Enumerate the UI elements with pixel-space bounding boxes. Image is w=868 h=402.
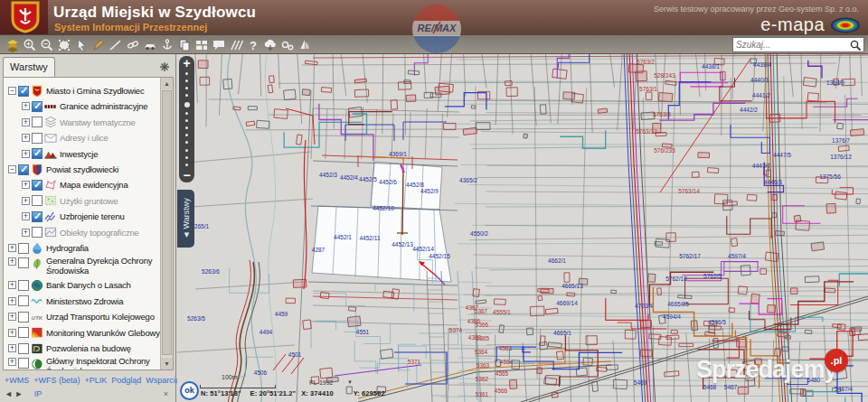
expand-box[interactable]: +	[8, 358, 16, 366]
search-input[interactable]	[736, 38, 848, 51]
layer-row[interactable]: +Uzbrojenie terenu	[4, 209, 162, 224]
zoom-out-icon[interactable]	[38, 36, 55, 54]
expand-box[interactable]: +	[22, 102, 30, 110]
prev-arrow-icon[interactable]: ◄ ►	[5, 389, 23, 398]
scroll-down-icon[interactable]: ▼	[161, 358, 173, 369]
layer-checkbox[interactable]	[32, 117, 42, 127]
layer-row[interactable]: +Pozwolenia na budowę	[4, 341, 162, 356]
panel-link[interactable]: Wsparcie	[146, 376, 180, 385]
svg-text:4563: 4563	[499, 345, 513, 351]
anchor-point-icon[interactable]	[158, 36, 175, 54]
collapse-box[interactable]: −	[8, 87, 16, 95]
layer-row[interactable]: +Warstwy tematyczne	[4, 115, 162, 130]
panel-link[interactable]: +WFS (beta)	[33, 376, 80, 385]
layer-checkbox[interactable]	[18, 312, 29, 323]
layer-checkbox[interactable]	[18, 86, 29, 97]
layers-icon[interactable]	[4, 36, 21, 54]
expand-box[interactable]: +	[8, 244, 16, 252]
ok-button[interactable]: ok	[180, 381, 199, 400]
select-shape-icon[interactable]	[55, 36, 72, 54]
sail-boat-icon[interactable]	[296, 36, 313, 54]
layer-checkbox[interactable]	[32, 195, 42, 206]
layers-side-tab[interactable]: ◄ Warstwy	[177, 190, 194, 248]
layer-checkbox[interactable]	[18, 327, 29, 338]
layer-row[interactable]: +Monitoring Warunków Glebowych	[4, 325, 162, 341]
panel-link[interactable]: +WMS	[5, 376, 29, 385]
link-chain-icon[interactable]	[124, 36, 141, 54]
zoom-in-icon[interactable]	[21, 36, 38, 54]
expand-box[interactable]: +	[22, 181, 30, 189]
layer-checkbox[interactable]	[32, 211, 42, 222]
scroll-thumb[interactable]	[162, 90, 172, 355]
tab-warstwy[interactable]: Warstwy	[3, 57, 55, 77]
panel-link[interactable]: +PLIK	[85, 376, 108, 385]
layer-checkbox[interactable]	[18, 280, 29, 291]
layer-row[interactable]: −Miasto i Gmina Szydłowiec	[4, 83, 162, 98]
expand-box[interactable]: +	[22, 212, 30, 220]
expand-box[interactable]: +	[22, 118, 30, 126]
resize-grip-icon[interactable]: ×	[164, 389, 168, 398]
cursor-icon[interactable]	[72, 36, 90, 54]
svg-text:5361: 5361	[476, 391, 489, 397]
layer-checkbox[interactable]	[32, 133, 42, 144]
layer-row[interactable]: +Inwestycje	[4, 146, 162, 162]
tree-scrollbar[interactable]: ▲ ▼	[160, 78, 173, 369]
measure-line-icon[interactable]	[107, 36, 124, 54]
layer-row[interactable]: +Główny Inspektorat Ochrony Środowisk	[4, 356, 162, 370]
grid-panels-icon[interactable]	[193, 36, 210, 54]
speech-bubble-icon[interactable]	[210, 36, 227, 54]
panel-settings-icon[interactable]	[159, 61, 170, 72]
crs-selector[interactable]: PL-1992	[309, 379, 333, 386]
layer-checkbox[interactable]	[32, 101, 42, 112]
layer-checkbox[interactable]	[18, 164, 29, 175]
expand-box[interactable]: +	[8, 329, 16, 337]
hatch-lines-icon[interactable]	[227, 36, 244, 54]
help-icon[interactable]: ?	[244, 36, 261, 54]
layer-row[interactable]: +Mapa ewidencyjna	[4, 177, 162, 192]
copy-pages-icon[interactable]	[175, 36, 193, 54]
layer-checkbox[interactable]	[32, 227, 42, 238]
layer-checkbox[interactable]	[32, 180, 42, 191]
expand-box[interactable]: +	[8, 313, 16, 321]
gears-icon[interactable]	[278, 36, 296, 54]
crs-caret-icon[interactable]: ▼	[347, 379, 353, 385]
layer-row[interactable]: +Hydrografia	[4, 240, 162, 256]
layer-checkbox[interactable]	[32, 148, 42, 159]
expand-box[interactable]: +	[8, 257, 16, 266]
expand-box[interactable]: +	[22, 197, 30, 205]
ip-link[interactable]: IP	[34, 389, 42, 398]
zoom-out-button[interactable]: −	[183, 168, 190, 182]
collapse-box[interactable]: −	[8, 165, 16, 173]
layer-row[interactable]: +UTKUrząd Transportu Kolejowego	[4, 309, 162, 324]
expand-box[interactable]: +	[22, 150, 30, 158]
layer-row[interactable]: +Użytki gruntowe	[4, 193, 162, 209]
svg-text:4447/7: 4447/7	[752, 163, 770, 169]
layer-row[interactable]: +Ministerstwo Zdrowia	[4, 294, 162, 309]
pencil-icon[interactable]	[90, 36, 107, 54]
expand-box[interactable]: +	[8, 281, 16, 289]
layer-row[interactable]: +Generalna Dyrekcja Ochrony Środowiska	[4, 256, 162, 277]
layer-checkbox[interactable]	[18, 343, 29, 354]
zoom-slider[interactable]	[184, 70, 190, 168]
layer-row[interactable]: +Obiekty topograficzne	[4, 225, 162, 240]
layer-row[interactable]: −Powiat szydłowiecki	[4, 162, 162, 177]
layer-checkbox[interactable]	[18, 257, 29, 268]
layer-row[interactable]: +Granice administracyjne	[4, 98, 162, 114]
expand-box[interactable]: +	[8, 297, 16, 305]
search-icon[interactable]	[849, 39, 862, 51]
car-icon[interactable]	[141, 36, 158, 54]
expand-box[interactable]: +	[22, 229, 30, 237]
layer-checkbox[interactable]	[18, 358, 29, 369]
panel-link[interactable]: Podgląd	[111, 376, 141, 385]
layer-row[interactable]: +Bank Danych o Lasach	[4, 277, 162, 293]
layer-checkbox[interactable]	[18, 295, 29, 306]
expand-box[interactable]: +	[8, 344, 16, 352]
svg-text:4494: 4494	[259, 329, 273, 335]
zoom-in-button[interactable]: +	[183, 56, 190, 70]
expand-box[interactable]: +	[22, 134, 30, 142]
map-canvas[interactable]: 4369/14452/34452/44452/54452/64452/84452…	[177, 54, 868, 402]
layer-row[interactable]: +Adresy i ulice	[4, 130, 162, 145]
cloud-download-icon[interactable]	[261, 36, 278, 54]
scroll-up-icon[interactable]: ▲	[161, 78, 173, 89]
layer-checkbox[interactable]	[18, 243, 29, 254]
